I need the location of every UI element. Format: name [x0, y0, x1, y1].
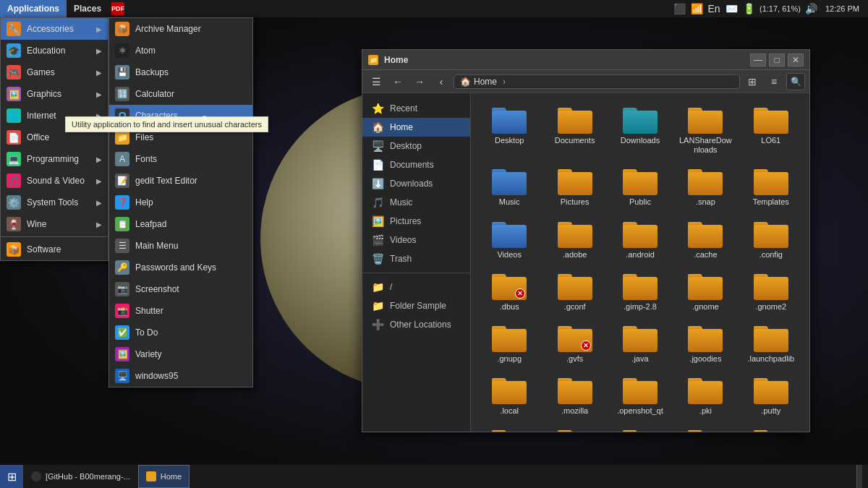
- fm-item-desktop[interactable]: Desktop: [478, 100, 540, 159]
- fm-item-shutter[interactable]: .shutter: [478, 423, 540, 432]
- fm-item-java[interactable]: .java: [609, 319, 671, 368]
- fm-close-button[interactable]: ✕: [788, 53, 804, 67]
- menu-item-graphics[interactable]: 🖼️ Graphics ▶: [1, 83, 108, 105]
- submenu-gedit[interactable]: 📝 gedit Text Editor: [109, 170, 252, 192]
- fm-item-mozilla[interactable]: .mozilla: [543, 371, 605, 420]
- fm-item-android[interactable]: .android: [609, 215, 671, 264]
- fm-sidebar-root[interactable]: 📁 /: [362, 278, 470, 296]
- submenu-todo[interactable]: ✅ To Do: [109, 322, 252, 343]
- folder-gvfs-icon: ✕: [558, 323, 592, 352]
- fm-item-gconf[interactable]: .gconf: [543, 267, 605, 316]
- menu-item-software[interactable]: 📦 Software: [1, 239, 108, 260]
- submenu-shutter[interactable]: 📸 Shutter: [109, 300, 252, 322]
- show-desktop-button[interactable]: [856, 465, 862, 488]
- fm-item-launchpadlib[interactable]: .launchpadlib: [740, 319, 802, 368]
- fm-address-bar[interactable]: 🏠 Home ›: [454, 74, 740, 89]
- fm-sidebar-desktop[interactable]: 🖥️ Desktop: [362, 137, 470, 155]
- fm-item-snap[interactable]: .snap: [674, 162, 736, 211]
- github-icon: [31, 471, 41, 481]
- java-file-label: .java: [631, 354, 648, 364]
- foldersample-label: Folder Sample: [390, 301, 446, 311]
- menu-item-wine[interactable]: 🍷 Wine ▶: [1, 213, 108, 235]
- fm-item-gvfs[interactable]: ✕ .gvfs: [543, 319, 605, 368]
- menu-item-sound[interactable]: 🎵 Sound & Video ▶: [1, 170, 108, 192]
- fm-up-button[interactable]: ‹: [432, 73, 451, 90]
- submenu-windows95[interactable]: 🖥️ windows95: [109, 365, 252, 387]
- fm-item-gnome2[interactable]: .gnome2: [740, 267, 802, 316]
- fm-sidebar-trash[interactable]: 🗑️ Trash: [362, 249, 470, 268]
- fm-sidebar-music[interactable]: 🎵 Music: [362, 193, 470, 212]
- fm-item-config[interactable]: .config: [740, 215, 802, 264]
- fm-search-button[interactable]: 🔍: [786, 73, 805, 90]
- fm-maximize-button[interactable]: □: [769, 53, 785, 67]
- fm-item-downloads[interactable]: Downloads: [609, 100, 671, 159]
- fm-item-jgoodies[interactable]: .jgoodies: [674, 319, 736, 368]
- fm-item-videos[interactable]: Videos: [478, 215, 540, 264]
- fm-sidebar-toggle[interactable]: ☰: [367, 73, 386, 90]
- pdf-icon[interactable]: PDF: [111, 2, 124, 15]
- fm-item-gnupg[interactable]: .gnupg: [478, 319, 540, 368]
- fm-view-list-button[interactable]: ≡: [765, 73, 783, 90]
- filemanager-taskbar-icon: [146, 471, 156, 481]
- fm-item-templates[interactable]: Templates: [740, 162, 802, 211]
- submenu-screenshot[interactable]: 📷 Screenshot: [109, 278, 252, 300]
- submenu-atom[interactable]: ⚛ Atom: [109, 40, 252, 61]
- fm-sidebar-downloads[interactable]: ⬇️ Downloads: [362, 174, 470, 193]
- fm-item-putty[interactable]: .putty: [740, 371, 802, 420]
- fm-sidebar-other[interactable]: ➕ Other Locations: [362, 315, 470, 334]
- fm-item-public[interactable]: Public: [609, 162, 671, 211]
- config-file-label: .config: [760, 250, 783, 260]
- submenu-archive[interactable]: 📦 Archive Manager: [109, 18, 252, 40]
- submenu-passwords[interactable]: 🔑 Passwords and Keys: [109, 257, 252, 278]
- taskbar-start-button[interactable]: ⊞: [0, 465, 23, 488]
- graphics-icon: 🖼️: [7, 87, 21, 101]
- submenu-leafpad[interactable]: 📋 Leafpad: [109, 213, 252, 235]
- submenu-fonts[interactable]: A Fonts: [109, 148, 252, 170]
- fm-item-pki[interactable]: .pki: [674, 371, 736, 420]
- fm-item-gnome[interactable]: .gnome: [674, 267, 736, 316]
- characters-tooltip: Utility application to find and insert u…: [65, 116, 268, 132]
- fm-sidebar-home[interactable]: 🏠 Home: [362, 118, 470, 137]
- fm-item-pictures[interactable]: Pictures: [543, 162, 605, 211]
- menu-item-programming[interactable]: 💻 Programming ▶: [1, 148, 108, 170]
- fm-minimize-button[interactable]: —: [750, 53, 766, 67]
- menu-item-system[interactable]: ⚙️ System Tools ▶: [1, 192, 108, 213]
- fm-item-gimp28[interactable]: .gimp-2.8: [609, 267, 671, 316]
- fm-sidebar-foldersample[interactable]: 📁 Folder Sample: [362, 296, 470, 315]
- fm-item-music[interactable]: Music: [478, 162, 540, 211]
- menu-item-accessories[interactable]: 🔧 Accessories ▶: [1, 18, 108, 40]
- fm-item-lo61[interactable]: LO61: [740, 100, 802, 159]
- fm-sidebar-pictures[interactable]: 🖼️ Pictures: [362, 212, 470, 231]
- fm-forward-button[interactable]: →: [410, 73, 429, 90]
- fm-item-documents[interactable]: Documents: [543, 100, 605, 159]
- fm-sidebar: ⭐ Recent 🏠 Home 🖥️ Desktop 📄 Documents ⬇…: [362, 93, 471, 432]
- fm-item-thunderbird[interactable]: .thunderbird: [740, 423, 802, 432]
- fm-sidebar-videos[interactable]: 🎬 Videos: [362, 231, 470, 249]
- fm-sidebar-documents[interactable]: 📄 Documents: [362, 155, 470, 174]
- fm-item-openshotqt[interactable]: .openshot_qt: [609, 371, 671, 420]
- fm-sidebar-recent[interactable]: ⭐ Recent: [362, 99, 470, 118]
- taskbar-item-github[interactable]: [GitHub - B00merang-...: [23, 465, 138, 488]
- fonts-label: Fonts: [135, 154, 157, 164]
- submenu-calculator[interactable]: 🔢 Calculator: [109, 83, 252, 105]
- menu-item-games[interactable]: 🎮 Games ▶: [1, 61, 108, 83]
- taskbar-item-filemanager[interactable]: Home: [138, 465, 190, 488]
- fm-item-ssr[interactable]: .ssr: [609, 423, 671, 432]
- fm-item-cache[interactable]: .cache: [674, 215, 736, 264]
- fm-item-ssh[interactable]: .ssh: [543, 423, 605, 432]
- menu-item-education[interactable]: 🎓 Education ▶: [1, 40, 108, 61]
- fm-item-adobe[interactable]: .adobe: [543, 215, 605, 264]
- fm-item-lanshare[interactable]: LANShareDownloads: [674, 100, 736, 159]
- applications-menu-button[interactable]: Applications: [0, 0, 67, 17]
- places-menu-button[interactable]: Places: [67, 0, 109, 17]
- folder-snap-icon: [688, 166, 723, 195]
- fm-item-dbus[interactable]: ✕ .dbus: [478, 267, 540, 316]
- submenu-help[interactable]: ❓ Help: [109, 192, 252, 213]
- submenu-backups[interactable]: 💾 Backups: [109, 61, 252, 83]
- fm-view-grid-button[interactable]: ⊞: [743, 73, 762, 90]
- submenu-variety[interactable]: 🖼️ Variety: [109, 343, 252, 365]
- fm-item-thumbnails[interactable]: .thumbnails: [674, 423, 736, 432]
- fm-back-button[interactable]: ←: [388, 73, 407, 90]
- fm-item-local[interactable]: .local: [478, 371, 540, 420]
- submenu-mainmenu[interactable]: ☰ Main Menu: [109, 235, 252, 257]
